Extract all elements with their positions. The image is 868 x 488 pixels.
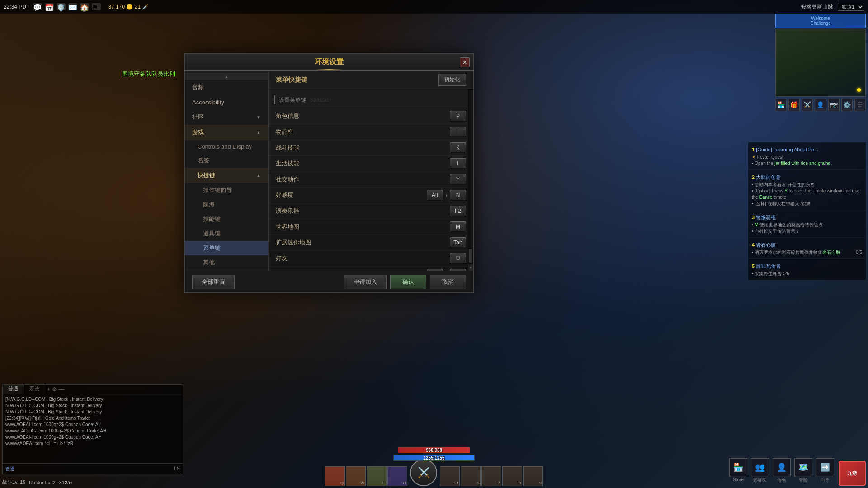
skill-slot-Q[interactable]: Q [325, 466, 345, 486]
sidebar-subitem-controls[interactable]: Controls and Display [185, 140, 268, 153]
chat-icon[interactable]: 💬 [33, 3, 42, 10]
sidebar-scroll-up[interactable]: ▲ [185, 73, 268, 80]
key-P[interactable]: P [450, 111, 466, 122]
mail-icon[interactable]: ✉️ [68, 3, 77, 10]
keybind-row-9: 好友 U [269, 251, 473, 267]
skill-slot-9[interactable]: 9 [523, 466, 543, 486]
key-U[interactable]: U [450, 253, 466, 264]
keybind-keys-9: U [450, 253, 466, 264]
currency-display: 37,170 🟡 21 🗡️ [108, 4, 149, 10]
minimap-btn-2[interactable]: 🎁 [788, 99, 800, 111]
sidebar-item-community[interactable]: 社区 ▼ [185, 109, 268, 125]
keybind-label-5: 好感度 [276, 191, 427, 199]
keybind-row-1: 物品栏 I [269, 124, 473, 140]
chat-tab-normal[interactable]: 普通 [3, 385, 24, 394]
chat-content: [N.W.G.O.LD--COM , Big Stock , Instant D… [3, 394, 183, 463]
sidebar-subitem2-operation[interactable]: 操作键向导 [185, 183, 268, 197]
chat-settings-btn[interactable]: ⚙ [52, 386, 57, 393]
sidebar-subitem2-item[interactable]: 道具键 [185, 226, 268, 241]
apply-button[interactable]: 申请加入 [344, 275, 387, 289]
keybind-label-2: 战斗技能 [276, 144, 450, 152]
chat-tab-system[interactable]: 系统 [24, 385, 45, 394]
quest-name-5: 甜味瓦食者 [756, 263, 781, 269]
key-I[interactable]: I [450, 127, 466, 137]
guild-icon[interactable]: 🛡️ [57, 3, 66, 10]
keybind-keys-0: P [450, 111, 466, 122]
character-action[interactable]: 👤 角色 [773, 458, 791, 483]
sidebar-subitem2-sail[interactable]: 航海 [185, 197, 268, 212]
key-Alt-1[interactable]: Alt [427, 190, 443, 201]
reset-all-button[interactable]: 全部重置 [192, 275, 235, 289]
skill-slot-E[interactable]: E [367, 466, 387, 486]
sidebar-item-audio[interactable]: 音频 [185, 80, 268, 95]
keybind-row-7: 世界地图 M [269, 219, 473, 235]
cancel-button[interactable]: 取消 [430, 275, 466, 289]
chat-line-3: [22:34][区域] Ftjsll : Gold And Items Trad… [5, 415, 180, 422]
welcome-challenge[interactable]: WelcomeChallenge [775, 14, 866, 28]
minimap-btn-7[interactable]: ☰ [854, 99, 866, 111]
skill-bar: Q W E R ⚔️ F1 6 7 8 9 [325, 459, 543, 488]
remote-party-action[interactable]: 👥 远征队 [751, 458, 769, 483]
skill-slot-F1[interactable]: F1 [440, 466, 460, 486]
content-area: 菜单快捷键 初始化 设置菜单键 Samzam 角色信息 P [269, 71, 473, 271]
skill-slot-R[interactable]: R [387, 466, 407, 486]
sidebar-subitem2-menu[interactable]: 菜单键 [185, 241, 268, 255]
store-action[interactable]: 🏪 Store [729, 458, 747, 483]
skill-slot-6[interactable]: 6 [461, 466, 481, 486]
keybind-label-1: 物品栏 [276, 128, 450, 136]
quest-item-5: 5 甜味瓦食者 • 采集野生蜂蜜 0/6 [748, 259, 866, 280]
minimap-btn-6[interactable]: ⚙️ [841, 99, 853, 111]
sidebar-subitem-shortcuts[interactable]: 快捷键 ▲ [185, 168, 268, 183]
minimap-btn-3[interactable]: ⚔️ [802, 99, 813, 111]
sidebar-subitem2-other[interactable]: 其他 [185, 255, 268, 270]
chat-lang: EN [174, 466, 180, 471]
quest-item-1: 1 [Guide] Learning About Pe... ✦ Roster … [748, 142, 866, 170]
keybind-keys-3: L [450, 158, 466, 169]
reset-button[interactable]: 初始化 [438, 74, 466, 86]
sidebar-item-game[interactable]: 游戏 ▲ [185, 125, 268, 140]
quest-num-2: 2 [752, 174, 756, 180]
minimap-btn-1[interactable]: 🏪 [775, 99, 787, 111]
keybind-keys-6: F2 [450, 206, 466, 216]
key-N[interactable]: N [450, 190, 466, 201]
events-icon[interactable]: ⚑ [92, 3, 101, 10]
home-icon[interactable]: 🏠 [80, 3, 89, 10]
key-Alt-2[interactable]: Alt [427, 269, 443, 271]
key-U2[interactable]: U [450, 269, 466, 271]
time-display: 22:34 PDT [4, 4, 29, 10]
skill-slot-7[interactable]: 7 [481, 466, 501, 486]
content-scroll[interactable]: 设置菜单键 Samzam 角色信息 P 物品栏 I 战斗 [269, 89, 473, 271]
key-F2[interactable]: F2 [450, 206, 466, 216]
bottom-right-actions: 🏪 Store 👥 远征队 👤 角色 🗺️ 冒险 ➡️ 向导 [729, 458, 834, 483]
sidebar-item-accessibility[interactable]: Accessibility [185, 95, 268, 109]
keybind-keys-10: Alt + U [427, 269, 466, 271]
key-K[interactable]: K [450, 142, 466, 153]
top-bar-right: 安格莫斯山脉 频道1 [801, 3, 864, 11]
chat-tabs: 普通 系统 + ⚙ — [3, 385, 183, 394]
skill-slot-8[interactable]: 8 [502, 466, 522, 486]
chat-minimize-btn[interactable]: — [59, 386, 64, 393]
quest-item-2: 2 大胆的创意 • 给勤内本者看看 开创性的东西 • [Option] Pres… [748, 170, 866, 210]
guide-action[interactable]: ➡️ 向导 [816, 458, 834, 483]
modal-close-button[interactable]: ✕ [460, 57, 470, 67]
sidebar-subitem2-skill[interactable]: 技能键 [185, 212, 268, 226]
minimap-btn-4[interactable]: 👤 [815, 99, 826, 111]
weapon-slot[interactable]: ⚔️ [410, 459, 437, 486]
key-Tab[interactable]: Tab [450, 237, 466, 248]
scroll-bar[interactable]: ▼ [468, 89, 473, 271]
weight-display: 312/∞ [59, 480, 72, 485]
key-Y[interactable]: Y [450, 174, 466, 185]
key-L[interactable]: L [450, 158, 466, 169]
scroll-down-btn[interactable]: ▼ [468, 264, 473, 271]
minimap-btn-5[interactable]: 📷 [828, 99, 840, 111]
skill-slot-W[interactable]: W [346, 466, 366, 486]
settings-modal: 环境设置 ✕ ▲ 音频 Accessibility 社区 ▼ 游戏 ▲ Cont… [184, 53, 474, 293]
keybind-label-8: 扩展迷你地图 [276, 239, 450, 247]
key-M[interactable]: M [450, 221, 466, 232]
chat-add-btn[interactable]: + [47, 386, 50, 393]
confirm-button[interactable]: 确认 [390, 275, 426, 289]
sidebar-subitem-nametag[interactable]: 名签 [185, 153, 268, 168]
channel-select[interactable]: 频道1 [838, 3, 864, 11]
calendar-icon[interactable]: 📅 [45, 3, 54, 10]
adventure-action[interactable]: 🗺️ 冒险 [794, 458, 812, 483]
